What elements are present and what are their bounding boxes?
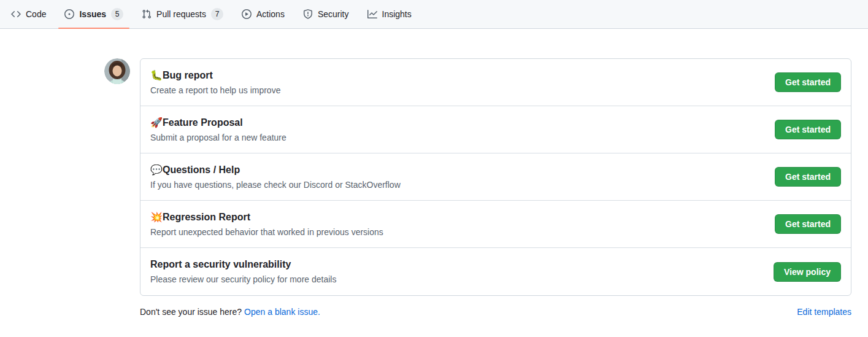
- get-started-button[interactable]: Get started: [775, 72, 841, 92]
- tab-security[interactable]: Security: [297, 0, 355, 28]
- git-pull-request-icon: [142, 9, 152, 19]
- pull-requests-count-badge: 7: [211, 8, 223, 20]
- open-blank-issue-link[interactable]: Open a blank issue.: [244, 307, 320, 317]
- template-title: Bug report: [163, 70, 213, 80]
- template-title: Feature Proposal: [163, 117, 243, 128]
- view-policy-button[interactable]: View policy: [774, 262, 841, 282]
- tab-pull-requests[interactable]: Pull requests 7: [136, 0, 229, 28]
- template-description: Create a report to help us improve: [150, 84, 765, 97]
- graph-icon: [367, 9, 377, 19]
- tab-code[interactable]: Code: [5, 0, 52, 28]
- tab-security-label: Security: [318, 9, 349, 19]
- template-title: Regression Report: [163, 212, 250, 222]
- template-description: Submit a proposal for a new feature: [150, 131, 765, 144]
- template-row-feature-proposal: 🚀Feature Proposal Submit a proposal for …: [140, 106, 851, 153]
- tab-code-label: Code: [26, 9, 46, 19]
- edit-templates-link[interactable]: Edit templates: [797, 307, 851, 317]
- issue-templates-card: 🐛Bug report Create a report to help us i…: [140, 58, 851, 296]
- template-row-questions-help: 💬Questions / Help If you have questions,…: [140, 153, 851, 201]
- template-title: Questions / Help: [163, 165, 240, 175]
- template-row-security-vulnerability: Report a security vulnerability Please r…: [140, 248, 851, 295]
- template-title: Report a security vulnerability: [150, 259, 291, 269]
- issues-count-badge: 5: [111, 8, 123, 20]
- avatar: [104, 58, 130, 84]
- tab-issues[interactable]: Issues 5: [58, 0, 129, 28]
- tab-insights[interactable]: Insights: [361, 0, 418, 28]
- get-started-button[interactable]: Get started: [775, 214, 841, 234]
- issue-template-chooser: 🐛Bug report Create a report to help us i…: [104, 58, 851, 317]
- speech-balloon-emoji-icon: 💬: [150, 165, 163, 175]
- repo-tab-nav: Code Issues 5 Pull requests 7 Actions Se…: [0, 0, 868, 29]
- template-row-regression-report: 💥Regression Report Report unexpected beh…: [140, 201, 851, 248]
- template-row-bug-report: 🐛Bug report Create a report to help us i…: [140, 59, 851, 106]
- get-started-button[interactable]: Get started: [775, 120, 841, 139]
- bug-emoji-icon: 🐛: [150, 70, 163, 80]
- template-description: If you have questions, please check our …: [150, 179, 765, 192]
- tab-insights-label: Insights: [382, 9, 412, 19]
- rocket-emoji-icon: 🚀: [150, 117, 163, 128]
- blank-issue-prompt: Don't see your issue here?: [140, 307, 242, 317]
- code-icon: [11, 9, 21, 19]
- tab-actions-label: Actions: [256, 9, 285, 19]
- template-description: Please review our security policy for mo…: [150, 273, 764, 286]
- shield-icon: [303, 9, 313, 19]
- play-circle-icon: [242, 9, 252, 19]
- collision-emoji-icon: 💥: [150, 212, 163, 222]
- chooser-footer: Don't see your issue here?Open a blank i…: [140, 307, 851, 317]
- tab-pull-requests-label: Pull requests: [156, 9, 206, 19]
- issue-opened-icon: [64, 9, 74, 19]
- tab-issues-label: Issues: [79, 9, 106, 19]
- template-description: Report unexpected behavior that worked i…: [150, 226, 765, 239]
- get-started-button[interactable]: Get started: [775, 167, 841, 187]
- tab-actions[interactable]: Actions: [236, 0, 291, 28]
